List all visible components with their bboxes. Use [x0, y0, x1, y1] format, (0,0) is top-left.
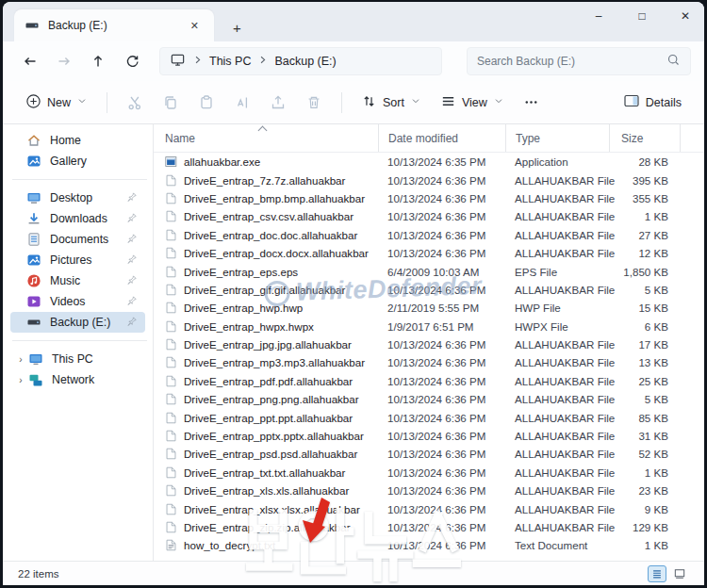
file-row[interactable]: allahuakbar.exe10/13/2024 6:35 PMApplica… [154, 153, 704, 171]
cut-icon[interactable] [119, 89, 151, 117]
main-area: HomeGalleryDesktopDownloadsDocumentsPict… [3, 124, 704, 561]
file-row[interactable]: DriveE_entrap_gif.gif.allahuakbar10/13/2… [154, 281, 704, 299]
file-row[interactable]: DriveE_entrap_doc.doc.allahuakbar10/13/2… [154, 226, 704, 244]
file-size: 28 KB [609, 155, 680, 168]
sidebar-item-desktop[interactable]: Desktop [10, 188, 145, 208]
file-row[interactable]: DriveE_entrap_csv.csv.allahuakbar10/13/2… [154, 207, 704, 225]
search-box[interactable] [467, 47, 691, 75]
refresh-button[interactable] [118, 48, 146, 74]
sidebar-item-videos[interactable]: Videos [10, 291, 145, 312]
file-row[interactable]: DriveE_entrap_7z.7z.allahuakbar10/13/202… [154, 171, 704, 188]
column-header-type[interactable]: Type [505, 124, 609, 152]
details-button[interactable]: Details [616, 87, 689, 118]
file-row[interactable]: DriveE_entrap_mp3.mp3.allahuakbar10/13/2… [154, 353, 704, 371]
file-row[interactable]: DriveE_entrap_pdf.pdf.allahuakbar10/13/2… [154, 372, 704, 390]
view-button[interactable]: View [433, 88, 512, 118]
file-row[interactable]: DriveE_entrap_xlsx.xlsx.allahuakbar10/13… [154, 499, 704, 517]
file-row[interactable]: DriveE_entrap_pptx.pptx.allahuakbar10/13… [154, 427, 704, 445]
rename-icon[interactable] [226, 89, 258, 117]
blank-file-icon [165, 392, 178, 407]
sidebar-item-gallery[interactable]: Gallery [10, 151, 145, 172]
chevron-right-icon[interactable]: › [14, 354, 27, 365]
toolbar-separator [107, 92, 107, 113]
file-name: DriveE_entrap_pptx.pptx.allahuakbar [184, 430, 364, 442]
close-button[interactable]: ✕ [676, 9, 695, 23]
file-row[interactable]: DriveE_entrap_docx.docx.allahuakbar10/13… [154, 244, 704, 262]
file-row[interactable]: DriveE_entrap_txt.txt.allahuakbar10/13/2… [154, 464, 704, 482]
paste-icon[interactable] [190, 89, 222, 117]
file-row[interactable]: DriveE_entrap_png.png.allahuakbar10/13/2… [154, 390, 704, 408]
blank-file-icon [165, 209, 178, 224]
sidebar-item-home[interactable]: Home [10, 130, 145, 151]
file-row[interactable]: how_to_decrypt.txt10/13/2024 6:36 PMText… [154, 536, 704, 554]
share-icon[interactable] [262, 89, 294, 117]
file-date-modified: 10/13/2024 6:36 PM [378, 430, 505, 442]
sidebar-item-downloads[interactable]: Downloads [10, 208, 145, 229]
blank-file-icon [165, 373, 178, 388]
address-bar: This PC Backup (E:) [3, 41, 704, 81]
icons-view-toggle[interactable] [670, 565, 689, 582]
sidebar-item-label: Pictures [50, 253, 126, 267]
sidebar-item-this-pc[interactable]: ›This PC [10, 349, 145, 369]
file-type: HWP File [505, 302, 609, 314]
delete-icon[interactable] [298, 89, 330, 117]
file-size: 1 KB [609, 210, 680, 222]
sidebar-item-music[interactable]: Music [10, 270, 145, 291]
file-date-modified: 6/4/2009 10:03 AM [378, 266, 505, 278]
sidebar-item-label: Documents [50, 233, 126, 246]
minimize-button[interactable]: – [589, 9, 608, 23]
file-size: 15 KB [609, 302, 680, 314]
list-header: Name Date modified Type Size [154, 124, 704, 153]
sidebar-item-documents[interactable]: Documents [10, 229, 145, 250]
file-row[interactable]: DriveE_entrap_psd.psd.allahuakbar10/13/2… [154, 445, 704, 463]
sidebar-separator [12, 340, 147, 341]
file-row[interactable]: DriveE_entrap_jpg.jpg.allahuakbar10/13/2… [154, 335, 704, 353]
copy-icon[interactable] [155, 89, 187, 117]
sort-button[interactable]: Sort [354, 88, 429, 118]
sidebar-item-pictures[interactable]: Pictures [10, 250, 145, 270]
file-type: ALLAHUAKBAR File [505, 503, 609, 515]
blank-file-icon [165, 465, 178, 480]
file-row[interactable]: DriveE_entrap_hwpx.hwpx1/9/2017 6:51 PMH… [154, 318, 704, 335]
more-icon[interactable] [516, 89, 548, 117]
maximize-button[interactable]: □ [633, 9, 651, 23]
file-date-modified: 10/13/2024 6:36 PM [378, 210, 505, 222]
details-view-toggle[interactable] [648, 565, 666, 582]
column-header-size[interactable]: Size [609, 124, 680, 152]
file-type: ALLAHUAKBAR File [505, 393, 609, 405]
explorer-tab[interactable]: Backup (E:) ✕ [14, 9, 214, 41]
file-rows: allahuakbar.exe10/13/2024 6:35 PMApplica… [154, 153, 704, 561]
documents-icon [25, 232, 42, 247]
column-header-date-modified[interactable]: Date modified [378, 124, 505, 152]
blank-file-icon [165, 355, 178, 370]
file-row[interactable]: DriveE_entrap_ppt.ppt.allahuakbar10/13/2… [154, 408, 704, 426]
tab-close-icon[interactable]: ✕ [185, 18, 205, 34]
file-row[interactable]: DriveE_entrap_zip.zip.allahuakbar10/13/2… [154, 518, 704, 536]
file-date-modified: 10/13/2024 6:36 PM [378, 192, 505, 204]
new-button[interactable]: New [18, 88, 95, 118]
file-size: 13 KB [609, 356, 680, 368]
breadcrumb-this-pc[interactable]: This PC [209, 55, 251, 68]
file-row[interactable]: DriveE_entrap_bmp.bmp.allahuakbar10/13/2… [154, 189, 704, 207]
back-button[interactable] [16, 48, 44, 74]
sidebar-item-network[interactable]: ›Network [10, 369, 145, 390]
file-row[interactable]: DriveE_entrap_xls.xls.allahuakbar10/13/2… [154, 482, 704, 499]
breadcrumb-backup-e[interactable]: Backup (E:) [274, 55, 336, 68]
file-date-modified: 10/13/2024 6:36 PM [378, 539, 505, 551]
new-tab-button[interactable]: + [227, 20, 247, 36]
file-type: ALLAHUAKBAR File [505, 356, 609, 368]
search-input[interactable] [477, 55, 666, 68]
up-button[interactable] [84, 48, 112, 74]
file-name: DriveE_entrap_doc.doc.allahuakbar [184, 229, 357, 241]
file-row[interactable]: DriveE_entrap_eps.eps6/4/2009 10:03 AMEP… [154, 262, 704, 280]
sidebar-item-backup-e[interactable]: Backup (E:) [10, 312, 145, 333]
blank-file-icon [165, 410, 178, 425]
blank-file-icon [165, 501, 178, 516]
toolbar: New Sort View Details [3, 81, 704, 124]
breadcrumb[interactable]: This PC Backup (E:) [159, 47, 442, 75]
file-date-modified: 2/11/2019 5:55 PM [378, 302, 505, 314]
sidebar-item-label: Downloads [50, 212, 126, 225]
forward-button[interactable] [50, 48, 78, 74]
chevron-right-icon[interactable]: › [14, 375, 27, 385]
file-row[interactable]: DriveE_entrap_hwp.hwp2/11/2019 5:55 PMHW… [154, 299, 704, 317]
